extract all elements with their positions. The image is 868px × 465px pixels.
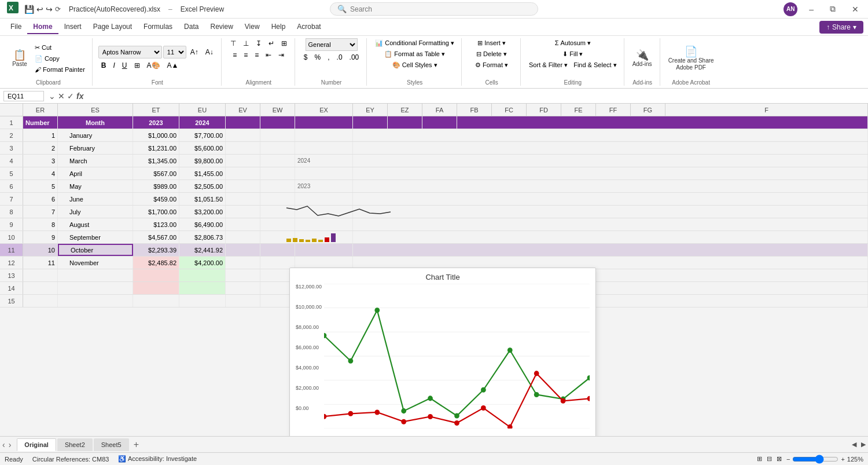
cell-et15[interactable] [133,295,179,307]
cell-es9[interactable]: August [58,218,133,230]
cell-ev5[interactable] [226,167,260,180]
tab-data[interactable]: Data [178,20,204,34]
wrap-text-button[interactable]: ↵ [266,38,277,49]
col-header-fd[interactable]: FD [527,104,561,116]
formula-input[interactable] [88,91,865,101]
tab-file[interactable]: File [5,20,27,34]
cell-es13[interactable] [58,269,133,281]
cell-ex1[interactable] [295,116,353,129]
cell-ew1[interactable] [260,116,295,129]
col-header-fe[interactable]: FE [561,104,596,116]
cell-eu6[interactable]: $2,505.00 [179,180,226,192]
cell-ew5[interactable] [260,167,295,180]
cut-button[interactable]: ✂ Cut [32,43,87,53]
fill-color-button[interactable]: A🎨 [144,60,163,71]
cell-er15[interactable] [23,295,58,307]
font-color-button[interactable]: A▲ [164,60,182,71]
decrease-font-button[interactable]: A↓ [203,47,216,57]
insert-cells-button[interactable]: ⊞ Insert ▾ [475,38,508,48]
font-size-select[interactable]: 11 [163,46,186,58]
search-box[interactable]: 🔍 [330,2,538,16]
merge-center-button[interactable]: ⊞ [278,38,290,49]
cell-et11[interactable]: $2,293.39 [133,244,179,256]
cell-er13[interactable] [23,269,58,281]
chart-container[interactable]: Chart Title $12,000.00 $10,000.00 $8,000… [289,268,596,438]
cell-ex9[interactable] [295,218,353,230]
decrease-decimal-button[interactable]: .0 [334,52,345,63]
delete-cells-button[interactable]: ⊟ Delete ▾ [474,49,509,59]
paste-button[interactable]: 📋 Paste [9,49,30,68]
view-page-break-icon[interactable]: ⊠ [777,455,782,463]
cell-eu14[interactable] [179,282,226,294]
cell-es15[interactable] [58,295,133,307]
percent-button[interactable]: % [312,52,324,63]
cell-ew3[interactable] [260,142,295,154]
cell-et1[interactable]: 2023 [133,116,179,129]
align-bottom-button[interactable]: ↧ [253,38,264,49]
col-header-ey[interactable]: EY [353,104,388,116]
cell-ev14[interactable] [226,282,260,294]
cell-eu8[interactable]: $3,200.00 [179,206,226,218]
cell-es5[interactable]: April [58,167,133,180]
col-header-eu[interactable]: EU [179,104,226,116]
cell-ew7[interactable] [260,193,295,205]
search-input[interactable] [350,5,512,13]
fill-button[interactable]: ⬇ Fill ▾ [560,49,585,59]
cell-eu2[interactable]: $7,700.00 [179,129,226,141]
add-sheet-button[interactable]: + [130,440,142,450]
bold-button[interactable]: B [98,60,109,71]
tab-formulas[interactable]: Formulas [138,20,178,34]
confirm-icon[interactable]: ✓ [67,91,74,101]
tab-acrobat[interactable]: Acrobat [291,20,326,34]
tab-home[interactable]: Home [27,20,58,34]
col-header-fg[interactable]: FG [631,104,665,116]
cell-eu15[interactable] [179,295,226,307]
align-right-button[interactable]: ≡ [252,50,262,60]
view-normal-icon[interactable]: ⊞ [757,455,762,463]
col-header-fb[interactable]: FB [457,104,492,116]
cell-et2[interactable]: $1,000.00 [133,129,179,141]
add-ins-button[interactable]: 🔌 Add-ins [630,49,654,68]
cell-er6[interactable]: 5 [23,180,58,192]
col-header-et[interactable]: ET [133,104,179,116]
cell-ex12[interactable] [295,257,353,269]
cell-et9[interactable]: $123.00 [133,218,179,230]
format-painter-button[interactable]: 🖌 Format Painter [32,65,87,74]
cell-er2[interactable]: 1 [23,129,58,141]
cell-ew11[interactable] [260,244,295,256]
cell-es2[interactable]: January [58,129,133,141]
find-select-button[interactable]: Find & Select ▾ [571,60,619,70]
font-family-select[interactable]: Aptos Narrow [98,46,162,58]
italic-button[interactable]: I [110,60,117,71]
conditional-formatting-button[interactable]: 📊 Conditional Formatting ▾ [373,38,457,48]
cell-ev11[interactable] [226,244,260,256]
cell-ex11[interactable] [295,244,353,256]
col-header-fc[interactable]: FC [492,104,527,116]
cell-es4[interactable]: March [58,155,133,167]
indent-increase-button[interactable]: ⇥ [275,50,287,60]
cell-er11[interactable]: 10 [23,244,58,256]
tab-view[interactable]: View [239,20,266,34]
tab-insert[interactable]: Insert [58,20,87,34]
cell-ex7[interactable] [295,193,353,205]
sheet-tab-sheet5[interactable]: Sheet5 [94,438,129,451]
cell-ew10[interactable] [260,231,295,243]
cell-ev8[interactable] [226,206,260,218]
col-header-ez[interactable]: EZ [388,104,422,116]
borders-button[interactable]: ⊞ [131,60,143,71]
cell-ev9[interactable] [226,218,260,230]
align-center-button[interactable]: ≡ [241,50,251,60]
cell-reference-input[interactable] [3,91,44,101]
format-as-table-button[interactable]: 📋 Format as Table ▾ [382,49,447,59]
col-header-fa[interactable]: FA [422,104,457,116]
cell-et5[interactable]: $567.00 [133,167,179,180]
cell-et6[interactable]: $989.00 [133,180,179,192]
cell-fb1[interactable] [457,116,868,129]
currency-button[interactable]: $ [301,52,311,63]
cell-ev12[interactable] [226,257,260,269]
next-sheet-button[interactable]: › [9,440,12,449]
indent-decrease-button[interactable]: ⇤ [263,50,274,60]
cell-ex2[interactable] [295,129,353,141]
col-header-ex[interactable]: EX [295,104,353,116]
cell-eu9[interactable]: $6,490.00 [179,218,226,230]
